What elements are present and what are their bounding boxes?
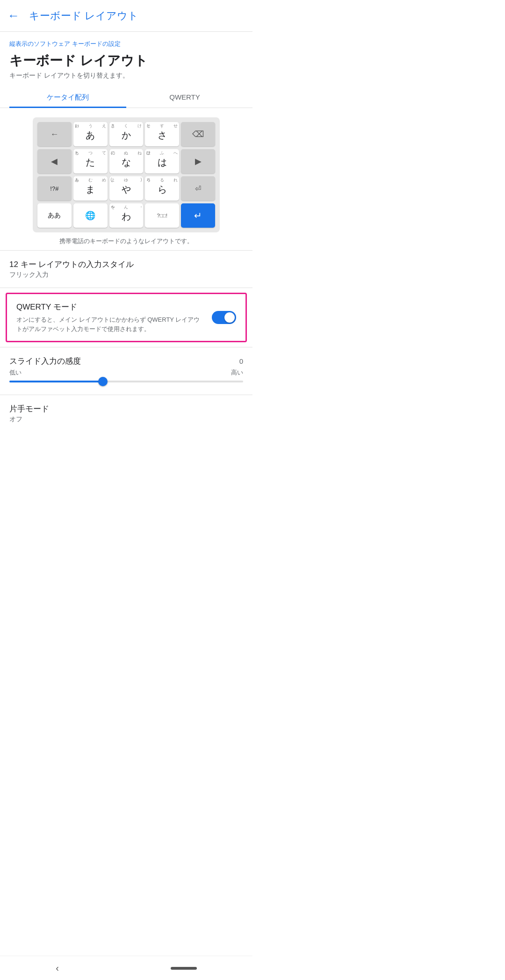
- toggle-thumb: [224, 312, 235, 323]
- breadcrumb-text: 縦表示のソフトウェア キーボードの設定: [9, 40, 121, 47]
- kb-key-a[interactable]: い う え あ お: [73, 122, 108, 146]
- setting-qwerty-text: QWERTY モード オンにすると、メイン レイアウトにかかわらず QWERTY…: [16, 302, 212, 333]
- kb-key-delete[interactable]: ⌫: [181, 122, 215, 146]
- slider-low-label: 低い: [9, 368, 22, 377]
- tab-keitai[interactable]: ケータイ配列: [9, 87, 126, 108]
- slider-header: スライド入力の感度 0: [9, 356, 243, 367]
- kb-key-enter[interactable]: ↵: [181, 203, 215, 228]
- kb-row-1: ← い う え あ お き く け か こ し す: [36, 122, 216, 146]
- kb-row-3: !?# み む め ま も ( ゆ ) や よ り: [36, 176, 216, 201]
- kb-key-space[interactable]: ⏎: [181, 176, 215, 201]
- keyboard-preview-section: ← い う え あ お き く け か こ し す: [0, 108, 252, 250]
- kb-key-left[interactable]: ◀: [37, 149, 72, 173]
- setting-one-hand-mode[interactable]: 片手モード オフ: [0, 395, 252, 427]
- slider-labels: 低い 高い: [9, 368, 243, 377]
- qwerty-toggle[interactable]: [212, 311, 236, 324]
- setting-qwerty-desc: オンにすると、メイン レイアウトにかかわらず QWERTY レイアウトがアルファ…: [16, 315, 204, 333]
- one-hand-mode-value: オフ: [9, 415, 243, 424]
- setting-qwerty-title: QWERTY モード: [16, 302, 204, 312]
- kb-key-symbols[interactable]: !?#: [37, 176, 72, 201]
- page-title: キーボード レイアウト: [9, 52, 243, 70]
- slider-thumb[interactable]: [98, 377, 108, 386]
- main-content: ← キーボード レイアウト 縦表示のソフトウェア キーボードの設定 キーボード …: [0, 0, 252, 452]
- slider-high-label: 高い: [231, 368, 243, 377]
- kb-row-4: ああ 🌐 を ん - わ 〜 ?□□! ↵: [36, 203, 216, 228]
- kb-key-ta[interactable]: ち つ て た と: [73, 149, 108, 173]
- page-subtitle: キーボード レイアウトを切り替えます。: [9, 72, 243, 80]
- keyboard-description: 携帯電話のキーボードのようなレイアウトです。: [55, 237, 198, 245]
- one-hand-mode-title: 片手モード: [9, 404, 243, 414]
- setting-input-style[interactable]: 12 キー レイアウトの入力スタイル フリック入力: [0, 251, 252, 288]
- slider-value: 0: [239, 357, 243, 365]
- kb-key-ya[interactable]: ( ゆ ) や よ: [109, 176, 144, 201]
- kb-key-ha[interactable]: ひ ふ へ は ほ: [145, 149, 179, 173]
- breadcrumb[interactable]: 縦表示のソフトウェア キーボードの設定: [0, 32, 252, 50]
- tabs: ケータイ配列 QWERTY: [0, 87, 252, 108]
- kb-key-ma[interactable]: み む め ま も: [73, 176, 108, 201]
- kb-key-wa[interactable]: を ん - わ 〜: [109, 203, 144, 228]
- kb-key-hiragana[interactable]: ああ: [37, 203, 72, 228]
- setting-slide-sensitivity: スライド入力の感度 0 低い 高い: [0, 347, 252, 395]
- kb-key-globe[interactable]: 🌐: [73, 203, 108, 228]
- kb-key-right[interactable]: ▶: [181, 149, 215, 173]
- page-title-section: キーボード レイアウト キーボード レイアウトを切り替えます。: [0, 50, 252, 87]
- kb-key-sa[interactable]: し す せ さ そ: [145, 122, 179, 146]
- setting-qwerty-mode[interactable]: QWERTY モード オンにすると、メイン レイアウトにかかわらず QWERTY…: [6, 293, 247, 342]
- header-title: キーボード レイアウト: [29, 9, 138, 23]
- setting-qwerty-wrapper: QWERTY モード オンにすると、メイン レイアウトにかかわらず QWERTY…: [0, 288, 252, 347]
- tab-qwerty[interactable]: QWERTY: [126, 87, 243, 108]
- slider-track[interactable]: [9, 381, 243, 382]
- kb-key-ka[interactable]: き く け か こ: [109, 122, 144, 146]
- header: ← キーボード レイアウト: [0, 0, 252, 32]
- kb-key-ra[interactable]: り る れ ら ろ: [145, 176, 179, 201]
- slider-fill: [9, 381, 103, 382]
- kb-key-na[interactable]: に ぬ ね な の: [109, 149, 144, 173]
- setting-input-style-value: フリック入力: [9, 271, 243, 279]
- back-button[interactable]: ←: [7, 8, 20, 23]
- kb-key-back[interactable]: ←: [37, 122, 72, 146]
- slider-title: スライド入力の感度: [9, 356, 81, 367]
- kb-key-punctuation[interactable]: ?□□!: [145, 203, 179, 228]
- setting-input-style-title: 12 キー レイアウトの入力スタイル: [9, 259, 243, 270]
- kb-row-2: ◀ ち つ て た と に ぬ ね な の ひ ふ: [36, 149, 216, 173]
- keyboard-preview: ← い う え あ お き く け か こ し す: [33, 117, 220, 232]
